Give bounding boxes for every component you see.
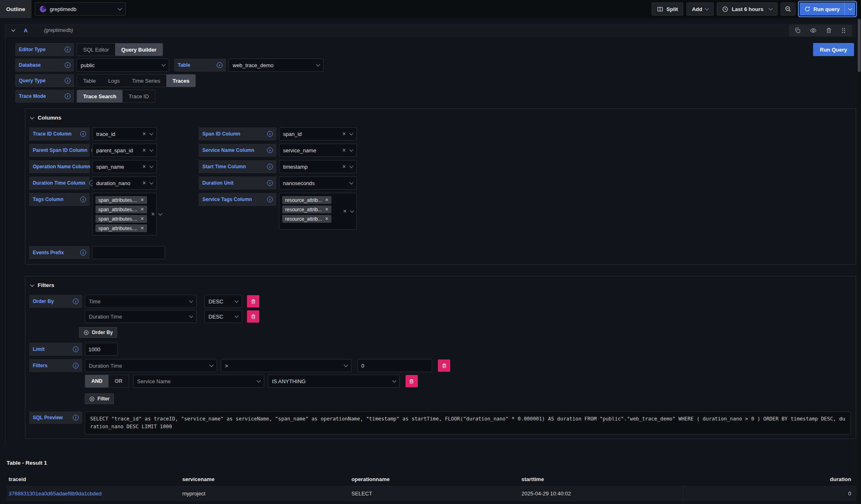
info-icon[interactable] [73,298,79,304]
datasource-picker[interactable]: greptimedb [35,2,126,16]
collapse-chevron-icon[interactable] [11,28,16,32]
operation-name-column-select[interactable]: span_name ✕ [92,160,157,173]
time-range-picker[interactable]: Last 6 hours [717,2,777,16]
filters-section-header[interactable]: Filters [29,280,851,295]
filter-value-input[interactable] [358,359,432,372]
duplicate-query-icon[interactable] [795,27,801,34]
limit-input[interactable] [85,343,118,356]
clear-icon[interactable]: ✕ [142,131,146,137]
segment-query-builder[interactable]: Query Builder [115,43,163,56]
trace-id-column-select[interactable]: trace_id ✕ [92,127,157,140]
zoom-out-time-button[interactable] [781,2,795,16]
duration-unit-select[interactable]: nanoseconds [279,176,357,190]
order-by-direction-select[interactable]: DESC [204,295,242,308]
events-prefix-input[interactable] [92,246,165,259]
query-row-header[interactable]: A (greptimedb) [5,23,856,37]
segment-table[interactable]: Table [77,75,102,87]
tag-chip[interactable]: span_attributes....✕ [95,206,147,213]
clear-all-icon[interactable]: ✕ [343,208,347,214]
add-filter-button[interactable]: Filter [85,393,114,404]
add-button[interactable]: Add [687,2,714,16]
service-tags-column-multiselect[interactable]: resource_attrib...✕ resource_attrib...✕ … [279,193,357,230]
info-icon[interactable] [73,415,79,420]
table-row[interactable]: 3768831301ea0d65adaef8b9da1cbded myproje… [7,486,856,501]
scrollbar-thumb[interactable] [858,19,861,72]
clear-icon[interactable]: ✕ [342,164,346,170]
order-by-direction-select[interactable]: DESC [204,310,242,323]
segment-trace-id[interactable]: Trace ID [122,90,155,102]
service-tag-chip[interactable]: resource_attrib...✕ [282,196,331,204]
info-icon[interactable] [65,62,70,68]
remove-order-by-button[interactable] [247,310,259,323]
column-header-servicename[interactable]: servicename [180,476,349,482]
filter-field-select[interactable]: Service Name [133,375,264,388]
info-icon[interactable] [65,93,70,99]
columns-section-header[interactable]: Columns [29,112,851,127]
segment-sql-editor[interactable]: SQL Editor [77,43,115,56]
info-icon[interactable] [73,363,79,368]
info-icon[interactable] [267,147,273,153]
service-name-column-select[interactable]: service_name ✕ [279,144,357,157]
info-icon[interactable] [73,346,79,352]
clear-icon[interactable]: ✕ [342,131,346,137]
info-icon[interactable] [267,180,273,186]
chip-remove-icon[interactable]: ✕ [325,216,329,221]
start-time-column-select[interactable]: timestamp ✕ [279,160,357,173]
run-query-caret-button[interactable] [845,2,855,16]
chip-remove-icon[interactable]: ✕ [140,216,144,221]
info-icon[interactable] [80,131,86,137]
table-select[interactable]: web_trace_demo [229,59,324,72]
clear-all-icon[interactable]: ✕ [151,211,155,217]
order-by-field-select[interactable]: Duration Time [85,310,197,323]
clear-icon[interactable]: ✕ [142,164,146,170]
segment-traces[interactable]: Traces [166,75,195,87]
add-order-by-button[interactable]: Order By [79,327,117,338]
info-icon[interactable] [267,131,273,137]
split-button[interactable]: Split [652,2,683,16]
filter-field-select[interactable]: Duration Time [85,359,217,372]
filter-operator-select[interactable]: IS ANYTHING [268,375,400,388]
service-tag-chip[interactable]: resource_attrib...✕ [282,215,331,223]
info-icon[interactable] [217,62,222,68]
segment-logs[interactable]: Logs [102,75,126,87]
column-header-operationname[interactable]: operationname [349,476,519,482]
parent-span-id-column-select[interactable]: parent_span_id ✕ [92,144,157,157]
tag-chip[interactable]: span_attributes....✕ [95,196,147,204]
remove-order-by-button[interactable] [247,295,259,307]
tag-chip[interactable]: span_attributes....✕ [95,224,147,232]
clear-icon[interactable]: ✕ [342,147,346,153]
info-icon[interactable] [80,197,86,202]
span-id-column-select[interactable]: span_id ✕ [279,127,357,140]
segment-time-series[interactable]: Time Series [126,75,166,87]
toggle-visibility-eye-icon[interactable] [810,27,817,34]
remove-filter-button[interactable] [406,375,418,387]
run-query-button[interactable]: Run query [800,2,845,16]
info-icon[interactable] [65,47,70,52]
segment-trace-search[interactable]: Trace Search [77,90,122,102]
segment-and[interactable]: AND [85,375,109,387]
chip-remove-icon[interactable]: ✕ [140,226,144,231]
scrollbar-track[interactable] [857,18,861,504]
info-icon[interactable] [80,250,86,255]
tag-chip[interactable]: span_attributes....✕ [95,215,147,223]
order-by-field-select[interactable]: Time [85,295,197,308]
column-header-duration[interactable]: duration [683,476,856,482]
trace-id-link[interactable]: 3768831301ea0d65adaef8b9da1cbded [7,490,180,497]
service-tag-chip[interactable]: resource_attrib...✕ [282,206,331,213]
clear-icon[interactable]: ✕ [142,180,146,186]
panel-run-query-button[interactable]: Run Query [813,43,854,56]
database-select[interactable]: public [77,59,169,72]
table-row[interactable]: 3768831301ea0d65adaef8b9da1cbded myproje… [7,501,856,504]
info-icon[interactable] [267,164,273,170]
info-icon[interactable] [65,78,70,84]
info-icon[interactable] [267,197,273,202]
segment-or[interactable]: OR [109,375,129,387]
remove-filter-button[interactable] [438,359,450,372]
chip-remove-icon[interactable]: ✕ [325,207,329,212]
column-header-starttime[interactable]: starttime [519,476,683,482]
chip-remove-icon[interactable]: ✕ [325,197,329,203]
outline-button[interactable]: Outline [0,0,32,18]
chip-remove-icon[interactable]: ✕ [140,197,144,203]
duration-time-column-select[interactable]: duration_nano ✕ [92,176,157,190]
filter-operator-select[interactable]: > [221,359,351,372]
